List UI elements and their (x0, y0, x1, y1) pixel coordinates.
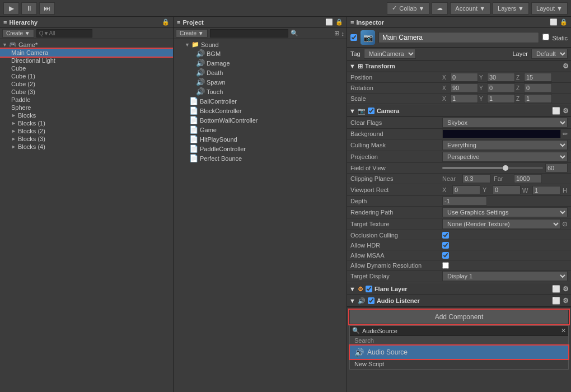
collab-button[interactable]: ✓ Collab ▼ (387, 2, 429, 15)
audio-listener-header[interactable]: ▼ 🔊 Audio Listener ⬜ ⚙ (347, 295, 571, 307)
fov-input[interactable] (545, 164, 568, 172)
projection-select[interactable]: Perspective (442, 152, 568, 162)
vp-w-input[interactable] (532, 186, 560, 195)
rot-x-input[interactable] (450, 83, 478, 92)
allow-msaa-checkbox[interactable] (442, 252, 449, 259)
project-item-damage[interactable]: 🔊 Damage (174, 58, 347, 68)
flare-component-icon: ⚙ (358, 286, 363, 293)
object-name-input[interactable] (378, 32, 539, 43)
flare-settings-icon[interactable]: ⚙ (563, 285, 569, 293)
hierarchy-item-cube[interactable]: Cube (0, 64, 173, 72)
project-item-ball-controller[interactable]: 📄 BallController (174, 96, 347, 106)
hierarchy-search-input[interactable] (36, 29, 92, 38)
scale-x-input[interactable] (450, 94, 478, 103)
search-clear-icon[interactable]: ✕ (561, 327, 566, 334)
project-item-bgm[interactable]: 🔊 BGM (174, 49, 347, 58)
scale-y-input[interactable] (487, 94, 515, 103)
layout-button[interactable]: Layout ▼ (531, 2, 568, 15)
step-button[interactable]: ⏭ (39, 2, 55, 15)
target-texture-select[interactable]: None (Render Texture) (442, 219, 561, 229)
hierarchy-item-paddle[interactable]: Paddle (0, 96, 173, 104)
layers-button[interactable]: Layers ▼ (493, 2, 529, 15)
rot-z-input[interactable] (524, 83, 552, 92)
project-item-hit-play-sound[interactable]: 📄 HitPlaySound (174, 134, 347, 144)
far-input[interactable] (514, 174, 542, 183)
project-item-death[interactable]: 🔊 Death (174, 68, 347, 77)
camera-settings-icon[interactable]: ⚙ (563, 107, 569, 115)
add-component-button[interactable]: Add Component (349, 310, 569, 324)
project-item-touch[interactable]: 🔊 Touch (174, 87, 347, 96)
scale-z-input[interactable] (524, 94, 552, 103)
play-button[interactable]: ▶ (3, 2, 19, 15)
game-arrow-icon (2, 42, 7, 48)
hierarchy-item-sphere[interactable]: Sphere (0, 104, 173, 111)
project-lock-icon: 🔒 (335, 18, 343, 26)
camera-component-icon: 📷 (358, 108, 366, 115)
culling-mask-select[interactable]: Everything (442, 140, 568, 150)
pos-z-input[interactable] (524, 73, 552, 82)
allow-dynamic-row: Allow Dynamic Resolution (347, 260, 571, 270)
target-texture-pick-icon[interactable]: ⊙ (562, 220, 568, 228)
background-pencil-icon[interactable]: ✏ (563, 130, 568, 138)
vp-y-input[interactable] (493, 185, 521, 194)
pos-x-input[interactable] (450, 73, 478, 82)
hierarchy-item-blocks1[interactable]: Blocks (1) (0, 119, 173, 127)
project-toolbar: Create ▼ 🔍 ⊞ ↕ (174, 28, 347, 39)
vp-x-input[interactable] (452, 185, 480, 194)
audio-source-result[interactable]: 🔊 Audio Source (350, 346, 568, 359)
allow-hdr-checkbox[interactable] (442, 242, 449, 249)
audio-listener-enabled-checkbox[interactable] (368, 297, 375, 304)
target-display-select[interactable]: Display 1 (442, 271, 568, 281)
near-input[interactable] (462, 174, 490, 183)
fov-slider[interactable] (442, 167, 543, 169)
hierarchy-item-directional-light[interactable]: Directional Light (0, 57, 173, 64)
pause-button[interactable]: ⏸ (21, 2, 37, 15)
project-item-spawn[interactable]: 🔊 Spawn (174, 77, 347, 87)
project-item-perfect-bounce[interactable]: 📄 Perfect Bounce (174, 153, 347, 163)
account-button[interactable]: Account ▼ (450, 2, 490, 15)
layer-select[interactable]: Default (531, 49, 568, 59)
hierarchy-item-blocks[interactable]: Blocks (0, 111, 173, 119)
project-item-game[interactable]: 📄 Game (174, 125, 347, 134)
hierarchy-item-main-camera[interactable]: Main Camera (0, 49, 173, 57)
object-enabled-checkbox[interactable] (350, 34, 357, 41)
camera-header[interactable]: ▼ 📷 Camera ⬜ ⚙ (347, 105, 571, 117)
hierarchy-create-button[interactable]: Create ▼ (2, 29, 34, 38)
culling-mask-row: Culling Mask Everything (347, 139, 571, 151)
flare-layer-header[interactable]: ▼ ⚙ Flare Layer ⬜ ⚙ (347, 283, 571, 295)
project-search-input[interactable] (210, 29, 288, 38)
blocks3-arrow-icon (11, 136, 16, 142)
project-create-button[interactable]: Create ▼ (176, 29, 208, 38)
background-color-field[interactable] (442, 129, 561, 138)
transform-settings-icon[interactable]: ⚙ (563, 62, 569, 70)
hierarchy-item-blocks2[interactable]: Blocks (2) (0, 127, 173, 135)
project-item-paddle-controller[interactable]: 📄 PaddleController (174, 144, 347, 153)
hierarchy-item-cube1[interactable]: Cube (1) (0, 72, 173, 80)
project-item-sound[interactable]: 📁 Sound (174, 40, 347, 49)
rendering-path-select[interactable]: Use Graphics Settings (442, 207, 568, 217)
transform-header[interactable]: ▼ ⊞ Transform ⚙ (347, 60, 571, 72)
static-checkbox[interactable] (542, 34, 549, 40)
hierarchy-item-blocks4[interactable]: Blocks (4) (0, 143, 173, 151)
clear-flags-select[interactable]: Skybox (442, 118, 568, 128)
allow-dynamic-checkbox[interactable] (442, 262, 449, 269)
project-item-bottomwall-controller[interactable]: 📄 BottomWallController (174, 115, 347, 125)
depth-input[interactable] (442, 197, 487, 206)
audio-listener-settings-icon[interactable]: ⚙ (563, 297, 569, 305)
add-component-search-input[interactable] (362, 328, 559, 334)
hierarchy-item-blocks3[interactable]: Blocks (3) (0, 135, 173, 143)
hierarchy-item-game[interactable]: 🎮 Game* (0, 40, 173, 49)
hierarchy-item-cube3[interactable]: Cube (3) (0, 88, 173, 96)
pos-y-input[interactable] (487, 73, 515, 82)
hierarchy-item-cube2[interactable]: Cube (2) (0, 80, 173, 88)
camera-enabled-checkbox[interactable] (368, 108, 375, 114)
tag-select[interactable]: MainCamera (364, 49, 416, 59)
project-item-block-controller[interactable]: 📄 BlockController (174, 106, 347, 115)
audio-source-icon: 🔊 (354, 348, 364, 357)
new-script-result[interactable]: New Script (350, 359, 568, 369)
cloud-button[interactable]: ☁ (432, 2, 448, 15)
flare-enabled-checkbox[interactable] (366, 286, 372, 292)
transform-scale-row: Scale X Y Z (347, 94, 571, 104)
rot-y-input[interactable] (487, 83, 515, 92)
occlusion-culling-checkbox[interactable] (442, 232, 449, 239)
